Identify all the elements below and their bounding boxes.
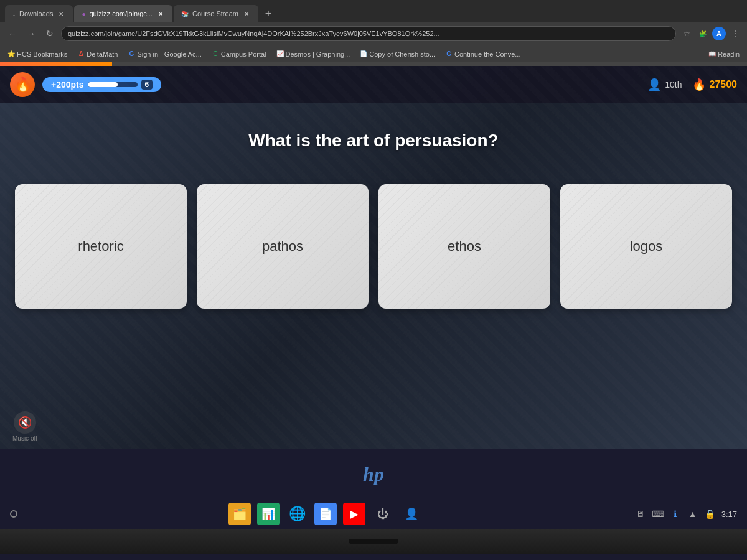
tab-downloads[interactable]: ↓ Downloads ✕ [5,5,73,22]
tab-coursestream-favicon: 📚 [181,11,189,17]
wifi-icon[interactable]: ▲ [687,508,699,520]
grade-value: 10th [665,80,682,90]
docs-icon: 📄 [319,507,332,521]
bookmark-cherish-label: Copy of Cherish sto... [369,50,435,58]
bookmark-hcs[interactable]: ⭐ HCS Bookmarks [5,49,70,59]
bookmarks-bar: ⭐ HCS Bookmarks Δ DeltaMath G Sign in - … [0,45,747,62]
game-header: 🔥 +200pts 6 👤 10th 🔥 27500 [0,66,747,103]
answer-card-b[interactable]: pathos [197,184,369,309]
bookmark-reader-favicon: 📖 [708,50,716,58]
taskbar-app-youtube[interactable]: ▶ [343,503,365,525]
bookmark-campus-favicon: C [212,50,219,58]
bookmark-hcs-label: HCS Bookmarks [17,50,67,58]
back-button[interactable]: ← [5,26,20,41]
bookmark-hcs-favicon: ⭐ [7,50,15,58]
taskbar-app-chrome[interactable]: 🌐 [286,503,308,525]
extensions-button[interactable]: 🧩 [696,27,710,40]
hp-area: hp [0,449,747,499]
answer-card-d[interactable]: logos [560,184,732,309]
taskbar-circle[interactable] [10,510,17,518]
answers-grid: rhetoric pathos ethos logos [0,184,747,309]
bookmark-cherish-favicon: 📄 [360,50,367,58]
answer-card-c[interactable]: ethos [378,184,550,309]
taskbar: 🗂️ 📊 🌐 📄 ▶ ⏻ 👤 🖥 ⌨ ℹ ▲ 🔒 3:17 [0,499,747,529]
user-icon: 👤 [405,507,418,521]
game-area: 🔥 +200pts 6 👤 10th 🔥 27500 What is the a… [0,62,747,449]
points-badge: 🔥 27500 [692,78,738,91]
bookmark-campus-label: Campus Portal [221,50,266,58]
bookmark-conve[interactable]: G Continue the Conve... [443,49,523,59]
taskbar-app-files[interactable]: 🗂️ [228,503,251,525]
forward-button[interactable]: → [24,26,39,41]
music-icon: 🔇 [14,411,36,434]
taskbar-left [10,510,17,518]
bookmark-campus[interactable]: C Campus Portal [209,49,269,59]
header-right: 👤 10th 🔥 27500 [647,78,737,91]
bookmark-conve-label: Continue the Conve... [454,50,520,58]
bookmark-desmos[interactable]: 📈 Desmos | Graphing... [274,49,353,59]
youtube-icon: ▶ [350,507,359,521]
bookmark-google-label: Sign in - Google Ac... [137,50,201,58]
keyboard-icon[interactable]: ⌨ [652,508,664,520]
music-label: Music off [12,435,37,442]
address-input[interactable] [61,26,676,41]
battery-icon[interactable]: 🔒 [704,508,716,520]
quizizz-mascot: 🔥 [10,72,35,97]
bookmark-desmos-favicon: 📈 [276,50,284,58]
tab-quizizz[interactable]: ● quizizz.com/join/gc... ✕ [74,5,172,22]
tab-coursestream[interactable]: 📚 Course Stream ✕ [174,5,258,22]
refresh-button[interactable]: ↻ [42,26,57,41]
flame-icon: 🔥 [692,78,706,91]
info-icon[interactable]: ℹ [669,508,682,520]
power-icon: ⏻ [377,508,388,521]
files-icon: 🗂️ [233,507,247,521]
tab-close-quizizz[interactable]: ✕ [156,9,165,18]
question-container: What is the art of persuasion? [0,103,747,178]
address-bar-row: ← → ↻ ☆ 🧩 A ⋮ [0,22,747,45]
tab-close-coursestream[interactable]: ✕ [242,9,251,18]
bookmark-reader-label: Readin [718,50,740,58]
laptop-bottom [0,529,747,554]
new-tab-button[interactable]: + [260,5,277,22]
bookmark-deltamath[interactable]: Δ DeltaMath [75,49,120,59]
tab-downloads-label: Downloads [19,10,53,17]
question-text: What is the art of persuasion? [248,131,498,151]
profile-button[interactable]: A [712,27,726,40]
answer-text-b: pathos [262,238,303,254]
menu-button[interactable]: ⋮ [728,27,742,40]
music-button[interactable]: 🔇 Music off [12,411,37,442]
bookmark-reader[interactable]: 📖 Readin [706,49,742,59]
tab-quizizz-favicon: ● [82,11,85,17]
star-button[interactable]: ☆ [680,27,693,40]
taskbar-app-docs[interactable]: 📄 [314,503,337,525]
answer-text-a: rhetoric [78,238,123,254]
taskbar-right: 🖥 ⌨ ℹ ▲ 🔒 3:17 [634,508,737,520]
progress-indicator [88,82,138,87]
clock: 3:17 [721,510,737,519]
bookmark-cherish[interactable]: 📄 Copy of Cherish sto... [357,49,438,59]
answer-text-c: ethos [448,238,481,254]
sheets-icon: 📊 [261,507,275,521]
points-value: 27500 [710,79,738,90]
screen-icon[interactable]: 🖥 [634,508,647,520]
tab-close-downloads[interactable]: ✕ [57,9,65,18]
bookmark-desmos-label: Desmos | Graphing... [286,50,350,58]
answer-card-a[interactable]: rhetoric [15,184,187,309]
tab-downloads-favicon: ↓ [12,11,16,17]
taskbar-app-user[interactable]: 👤 [400,503,423,525]
taskbar-app-power[interactable]: ⏻ [372,503,394,525]
bookmark-google-signin[interactable]: G Sign in - Google Ac... [125,49,204,59]
progress-bar-container [0,62,747,66]
browser-icons: ☆ 🧩 A ⋮ [680,27,742,40]
hp-logo: hp [363,463,384,486]
laptop-notch [349,539,398,544]
taskbar-app-sheets[interactable]: 📊 [257,503,280,525]
score-value: +200pts [51,80,84,90]
score-badge: +200pts 6 [42,77,161,92]
chrome-icon: 🌐 [289,506,306,522]
bookmark-conve-favicon: G [445,50,453,58]
answer-text-d: logos [630,238,663,254]
tab-quizizz-label: quizizz.com/join/gc... [89,10,152,17]
tab-bar: ↓ Downloads ✕ ● quizizz.com/join/gc... ✕… [0,0,747,22]
bookmark-deltamath-label: DeltaMath [87,50,118,58]
